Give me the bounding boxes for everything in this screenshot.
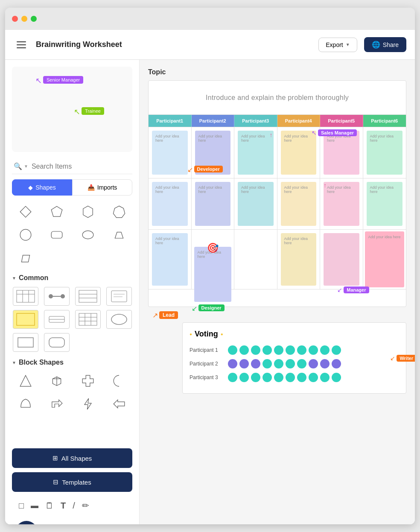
idea-cell-2-2[interactable] [234,230,277,289]
participants-row: Participant1 Participant2 Participant3 P… [149,115,406,127]
common-section-header[interactable]: ▼ Common [12,274,132,282]
templates-button[interactable]: ⊟ Templates [12,472,132,492]
voting-p2-label: Participant 2 [190,361,224,367]
shape-heptagon[interactable] [110,202,128,221]
idea-cell-0-0[interactable]: Add your idea here [149,127,192,178]
idea-cell-1-1[interactable]: Add your idea here [192,178,235,230]
shape-parallelogram[interactable] [16,248,35,267]
imports-icon: 📥 [88,184,95,191]
common-item-grid[interactable] [75,310,101,329]
tool-line[interactable]: / [73,501,75,511]
common-item-sticky[interactable] [13,310,38,329]
shape-rounded-rect[interactable] [47,225,66,244]
voting-p3-dots [228,373,341,382]
canvas-area: Topic Introduce and explain the problem … [140,60,415,524]
tab-shapes[interactable]: ◆ Shapes [12,179,72,196]
block-3d-cube[interactable] [47,371,66,390]
export-button[interactable]: Export ▼ [318,38,357,52]
block-shapes-collapse-icon: ▼ [12,360,16,365]
tool-rectangle[interactable]: □ [19,501,24,511]
idea-cell-2-1[interactable]: 🎯 Add your idea here ↙ Designer [192,230,235,289]
vote-dot [320,359,330,368]
block-crescent[interactable] [110,371,128,390]
maximize-window-button[interactable] [31,16,37,22]
vote-dot [228,373,237,382]
participant-3: Participant3 [234,115,277,127]
close-fab-button[interactable]: ✕ [15,521,38,524]
idea-cell-0-2[interactable]: Add your idea here ↑ [234,127,277,178]
tool-text[interactable]: T [61,501,66,511]
tool-card[interactable]: ▬ [31,501,38,510]
block-triangle[interactable] [16,371,35,390]
voting-panel: ● Voting ● Participant 1 [182,322,406,394]
common-item-ellipse[interactable] [106,310,132,329]
svg-point-6 [82,231,93,239]
voting-header: ● Voting ● [190,330,399,339]
senior-manager-label: Senior Manager [43,76,83,84]
common-item-rect[interactable] [13,333,38,352]
idea-cell-1-0[interactable]: Add your idea here [149,178,192,230]
tab-imports[interactable]: 📥 Imports [72,179,132,196]
vote-dot [286,345,295,355]
voting-p3-label: Participant 3 [190,374,224,380]
common-item-divider[interactable] [44,310,70,329]
svg-point-15 [61,294,65,298]
minimize-window-button[interactable] [21,16,27,22]
shape-hexagon[interactable] [79,202,97,221]
idea-cell-1-2[interactable]: Add your idea here [234,178,277,230]
designer-cursor-arrow: ↙ [192,304,197,313]
svg-point-4 [20,229,31,240]
block-shapes-grid [12,371,132,413]
close-window-button[interactable] [12,16,18,22]
shapes-icon: ◆ [28,184,33,191]
tabs-row: ◆ Shapes 📥 Imports [12,179,132,196]
menu-button[interactable] [14,37,29,53]
idea-cell-2-4[interactable]: ↙ Manager [320,230,363,289]
shape-pentagon[interactable] [47,202,66,221]
idea-cell-2-3[interactable]: Add your idea here [277,230,321,289]
idea-cell-1-3[interactable]: Add your idea here [277,178,321,230]
block-arc[interactable] [16,395,35,413]
shape-diamond[interactable] [16,202,35,221]
common-item-note[interactable] [106,287,132,306]
all-shapes-button[interactable]: ⊞ All Shapes [12,448,132,468]
vote-dot [297,359,306,368]
shape-circle[interactable] [16,225,35,244]
block-arrow-left[interactable] [110,395,128,413]
designer-label: Designer [198,304,225,311]
block-shapes-section-header[interactable]: ▼ Block Shapes [12,359,132,366]
participant-6: Participant6 [363,115,406,127]
shape-trapezoid[interactable] [110,225,128,244]
block-bent-arrow[interactable] [47,395,66,413]
shape-oval[interactable] [79,225,97,244]
common-grid [12,287,132,352]
svg-marker-1 [51,206,62,216]
common-item-connector[interactable] [44,287,70,306]
developer-label: Developer [194,166,223,172]
share-button[interactable]: 🌐 Share [364,37,406,52]
vote-dot [320,345,330,355]
common-item-table[interactable] [13,287,38,306]
idea-cell-1-5[interactable]: Add your idea here [363,178,406,230]
idea-cell-0-5[interactable]: Add your idea here [363,127,406,178]
vote-dot [239,359,249,368]
common-item-list[interactable] [75,287,101,306]
tool-sticky[interactable]: 🗒 [45,501,54,511]
search-input[interactable] [32,163,131,170]
sidebar-canvas: ↖ Senior Manager ↖ Trainee [12,67,132,152]
idea-cell-1-4[interactable]: Add your idea here ↑ [320,178,363,230]
voting-p1-label: Participant 1 [190,347,224,353]
idea-cell-0-4[interactable]: Add your idea here ↖ Sales Manager [320,127,363,178]
idea-cell-2-5[interactable]: Add your idea here [363,230,406,289]
block-lightning[interactable] [79,395,97,413]
shapes-grid [12,202,132,267]
svg-marker-0 [20,206,31,217]
common-item-rounded-rect2[interactable] [44,333,70,352]
idea-cell-2-0[interactable]: Add your idea here [149,230,192,289]
idea-cell-0-1[interactable]: Add your idea here ↙ Developer [192,127,235,178]
voting-row-1: Participant 1 [190,345,399,355]
lead-cursor: ↗ Lead [152,311,178,319]
tool-pen[interactable]: ✏ [82,500,89,511]
arrow-up-icon: ↑ [270,132,273,138]
block-cross[interactable] [79,371,97,390]
